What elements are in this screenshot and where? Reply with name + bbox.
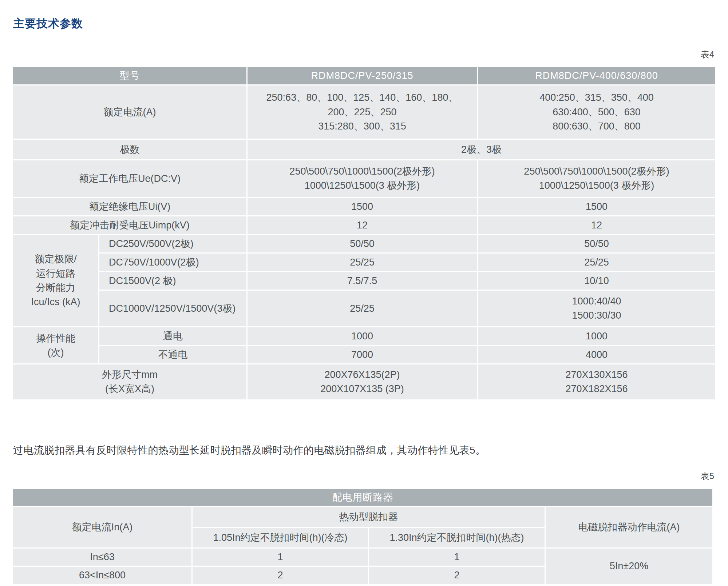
- table5-thermal-hot: 1.30In约定不脱扣时间(h)(热态): [369, 528, 545, 547]
- table-row: 不通电 7000 4000: [13, 346, 715, 363]
- table5-thermal-cold: 1.05In约定不脱扣时间(h)(冷态): [193, 528, 368, 547]
- table5-label: 表5: [13, 470, 714, 482]
- table-row: 额定极限/ 运行短路 分断能力 Icu/Ics (kA) DC250V/500V…: [13, 235, 715, 252]
- breaking-capacity-sub-0: DC250V/500V(2极): [99, 235, 246, 252]
- working-voltage-v2: 250\500\750\1000\1500(2极外形) 1000\1250\15…: [478, 160, 715, 197]
- table-row: 额定工作电压Ue(DC:V) 250\500\750\1000\1500(2极外…: [13, 160, 715, 197]
- table4-header-col2: RDM8DC/PV-400/630/800: [478, 67, 715, 84]
- table-row: 额定绝缘电压Ui(V) 1500 1500: [13, 198, 715, 215]
- working-voltage-label: 额定工作电压Ue(DC:V): [13, 160, 246, 197]
- table5-range-0: In≤63: [13, 549, 191, 566]
- table5-thermal-group: 热动型脱扣器: [193, 507, 545, 527]
- table5-cold-1: 2: [193, 567, 368, 584]
- insulation-voltage-v2: 1500: [478, 198, 715, 215]
- breaking-capacity-sub-1: DC750V/1000V(2极): [99, 254, 246, 271]
- table-row: DC1000V/1250V/1500V(3极) 25/25 1000:40/40…: [13, 291, 715, 326]
- impulse-voltage-label: 额定冲击耐受电压Uimp(kV): [13, 216, 246, 234]
- table4-header-model: 型号: [13, 67, 246, 84]
- table-row: 额定冲击耐受电压Uimp(kV) 12 12: [13, 216, 715, 234]
- breaking-capacity-v1-1: 25/25: [248, 254, 477, 271]
- table5-trip-characteristics: 配电用断路器 额定电流In(A) 热动型脱扣器 电磁脱扣器动作电流(A) 1.0…: [12, 488, 713, 585]
- operation-sub-0: 通电: [99, 327, 246, 345]
- rated-current-v2: 400:250、315、350、400 630:400、500、630 800:…: [478, 85, 715, 139]
- dimensions-v1: 200X76X135(2P) 200X107X135 (3P): [248, 364, 477, 399]
- table5-hot-1: 2: [369, 567, 545, 584]
- breaking-capacity-v2-0: 50/50: [478, 235, 715, 252]
- table5-title: 配电用断路器: [13, 489, 712, 506]
- breaking-capacity-v2-1: 25/25: [478, 254, 715, 271]
- breaking-capacity-v2-3: 1000:40/40 1500:30/30: [478, 291, 715, 326]
- insulation-voltage-v1: 1500: [248, 198, 477, 215]
- operation-v1-1: 7000: [248, 346, 477, 363]
- table5-title-row: 配电用断路器: [13, 489, 712, 506]
- table5-col-magnetic: 电磁脱扣器动作电流(A): [546, 507, 712, 547]
- table5-col-current: 额定电流In(A): [13, 507, 191, 547]
- table5-cold-0: 1: [193, 549, 368, 566]
- table4-label: 表4: [13, 49, 714, 60]
- table5-magnetic-value: 5In±20%: [546, 549, 712, 584]
- poles-label: 极数: [13, 140, 246, 159]
- table-row: DC1500V(2 极) 7.5/7.5 10/10: [13, 272, 715, 290]
- table4-header-row: 型号 RDM8DC/PV-250/315 RDM8DC/PV-400/630/8…: [13, 67, 715, 84]
- impulse-voltage-v2: 12: [478, 216, 715, 234]
- table-row: In≤63 1 1 5In±20%: [13, 549, 712, 566]
- table4-specs: 型号 RDM8DC/PV-250/315 RDM8DC/PV-400/630/8…: [12, 66, 716, 400]
- working-voltage-v1: 250\500\750\1000\1500(2极外形) 1000\1250\15…: [248, 160, 477, 197]
- table5-range-1: 63<In≤800: [13, 567, 191, 584]
- breaking-capacity-v1-0: 50/50: [248, 235, 477, 252]
- operation-v1-0: 1000: [248, 327, 477, 345]
- page-title: 主要技术参数: [13, 16, 714, 31]
- breaking-capacity-sub-2: DC1500V(2 极): [99, 272, 246, 290]
- breaking-capacity-label: 额定极限/ 运行短路 分断能力 Icu/Ics (kA): [13, 235, 98, 326]
- table5-header-row: 额定电流In(A) 热动型脱扣器 电磁脱扣器动作电流(A): [13, 507, 712, 527]
- breaking-capacity-v1-2: 7.5/7.5: [248, 272, 477, 290]
- table-row: 外形尺寸mm (长X宽X高) 200X76X135(2P) 200X107X13…: [13, 364, 715, 399]
- table-row: DC750V/1000V(2极) 25/25 25/25: [13, 254, 715, 271]
- table-row: 额定电流(A) 250:63、80、100、125、140、160、180、 2…: [13, 85, 715, 139]
- rated-current-v1: 250:63、80、100、125、140、160、180、 200、225、2…: [248, 85, 477, 139]
- table4-header-col1: RDM8DC/PV-250/315: [248, 67, 477, 84]
- operation-v2-1: 4000: [478, 346, 715, 363]
- table-row: 极数 2极、3极: [13, 140, 715, 159]
- table5-hot-0: 1: [369, 549, 545, 566]
- operation-label: 操作性能 (次): [13, 327, 98, 363]
- operation-sub-1: 不通电: [99, 346, 246, 363]
- datasheet-page: 主要技术参数 表4 型号 RDM8DC/PV-250/315 RDM8DC/PV…: [0, 0, 728, 586]
- rated-current-label: 额定电流(A): [13, 85, 246, 139]
- insulation-voltage-label: 额定绝缘电压Ui(V): [13, 198, 246, 215]
- dimensions-v2: 270X130X156 270X182X156: [478, 364, 715, 399]
- impulse-voltage-v1: 12: [248, 216, 477, 234]
- poles-value: 2极、3极: [248, 140, 715, 159]
- trip-unit-description: 过电流脱扣器具有反时限特性的热动型长延时脱扣器及瞬时动作的电磁脱扣器组成，其动作…: [13, 443, 714, 457]
- table-row: 操作性能 (次) 通电 1000 1000: [13, 327, 715, 345]
- breaking-capacity-v1-3: 25/25: [248, 291, 477, 326]
- breaking-capacity-v2-2: 10/10: [478, 272, 715, 290]
- operation-v2-0: 1000: [478, 327, 715, 345]
- breaking-capacity-sub-3: DC1000V/1250V/1500V(3极): [99, 291, 246, 326]
- dimensions-label: 外形尺寸mm (长X宽X高): [13, 364, 246, 399]
